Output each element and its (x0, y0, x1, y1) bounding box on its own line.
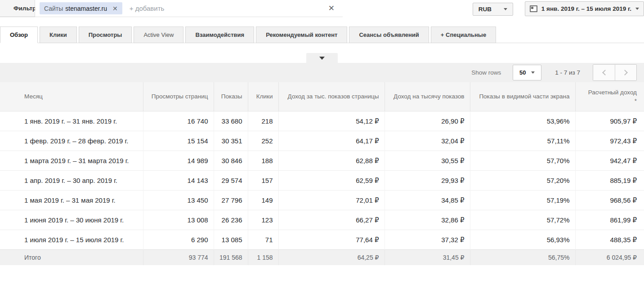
column-header-page-views[interactable]: Просмотры страниц (143, 82, 214, 111)
cell-estimated-earnings: 968,56 ₽ (575, 190, 644, 210)
table-total-row: Итого93 774191 5681 15864,25 ₽31,45 ₽56,… (0, 249, 644, 265)
filter-clear-icon[interactable]: ✕ (328, 4, 335, 13)
cell-page-rpm: 62,88 ₽ (278, 151, 385, 170)
table-row: 1 июня 2019 г. – 30 июня 2019 г.13 00826… (0, 210, 644, 230)
cell-impression-rpm: 32,04 ₽ (385, 131, 470, 151)
cell-viewable-impressions: 57,19% (470, 190, 575, 210)
calendar-icon (530, 5, 537, 12)
column-header-page-rpm[interactable]: Доход за тыс. показов страницы (278, 82, 385, 111)
chart-expander-row (0, 53, 644, 63)
top-actions: RUB 1 янв. 2019 г. – 15 июля 2019 г. (473, 0, 644, 16)
cell-estimated-earnings: 942,47 ₽ (575, 151, 644, 170)
chevron-down-icon (504, 8, 507, 10)
cell-impression-rpm: 37,32 ₽ (385, 230, 470, 249)
cell-estimated-earnings: 972,43 ₽ (575, 131, 644, 151)
total-cell-impression-rpm: 31,45 ₽ (385, 249, 470, 265)
cell-month: 1 апр. 2019 г. – 30 апр. 2019 г. (0, 170, 143, 190)
cell-month: 1 июля 2019 г. – 15 июля 2019 г. (0, 230, 143, 249)
chevron-down-icon (319, 57, 325, 60)
cell-viewable-impressions: 57,20% (470, 170, 575, 190)
tab-views[interactable]: Просмотры (79, 27, 132, 43)
chevron-right-icon (622, 70, 628, 75)
tab-clicks[interactable]: Клики (40, 27, 77, 43)
cell-impression-rpm: 34,85 ₽ (385, 190, 470, 210)
report-table: МесяцПросмотры страницПоказыКликиДоход з… (0, 82, 644, 265)
cell-impression-rpm: 32,86 ₽ (385, 210, 470, 230)
tab-ad-sessions[interactable]: Сеансы объявлений (349, 27, 429, 43)
cell-viewable-impressions: 57,70% (470, 151, 575, 170)
table-row: 1 апр. 2019 г. – 30 апр. 2019 г.14 14329… (0, 170, 644, 190)
rows-per-page-value: 50 (519, 69, 526, 76)
table-row: 1 марта 2019 г. – 31 марта 2019 г.14 989… (0, 151, 644, 170)
column-header-clicks[interactable]: Клики (248, 82, 278, 111)
filter-chip[interactable]: Сайты stenamaster.ru ✕ (40, 2, 122, 14)
cell-impressions: 30 846 (214, 151, 248, 170)
chip-remove-icon[interactable]: ✕ (112, 5, 118, 12)
pagination-range-label: 1 - 7 из 7 (555, 69, 580, 76)
filter-label: Фильтр (0, 0, 35, 17)
cell-month: 1 февр. 2019 г. – 28 февр. 2019 г. (0, 131, 143, 151)
show-rows-label: Show rows (471, 69, 501, 76)
cell-impression-rpm: 26,90 ₽ (385, 111, 470, 131)
cell-clicks: 252 (248, 131, 278, 151)
currency-value: RUB (479, 6, 492, 13)
tab-active-view[interactable]: Active View (134, 27, 183, 43)
total-cell-estimated-earnings: 6 024,95 ₽ (575, 249, 644, 265)
total-cell-clicks: 1 158 (248, 249, 278, 265)
table-row: 1 мая 2019 г. – 31 мая 2019 г.13 45027 7… (0, 190, 644, 210)
cell-page-rpm: 62,59 ₽ (278, 170, 385, 190)
cell-impressions: 29 574 (214, 170, 248, 190)
chevron-down-icon (635, 8, 639, 10)
cell-month: 1 янв. 2019 г. – 31 янв. 2019 г. (0, 111, 143, 131)
cell-page-views: 15 154 (143, 131, 214, 151)
filter-input[interactable]: Сайты stenamaster.ru ✕ + добавить ✕ (35, 0, 343, 17)
cell-page-rpm: 77,64 ₽ (278, 230, 385, 249)
rows-per-page-select[interactable]: 50 (513, 65, 541, 80)
column-header-month[interactable]: Месяц (0, 82, 143, 111)
tab-interactions[interactable]: Взаимодействия (185, 27, 254, 43)
tab-recommended-content[interactable]: Рекомендуемый контент (256, 27, 347, 43)
chart-expander-button[interactable] (306, 53, 338, 63)
next-page-button[interactable] (615, 65, 636, 80)
cell-clicks: 218 (248, 111, 278, 131)
cell-viewable-impressions: 56,93% (470, 230, 575, 249)
table-row: 1 янв. 2019 г. – 31 янв. 2019 г.16 74033… (0, 111, 644, 131)
cell-impressions: 27 796 (214, 190, 248, 210)
cell-impressions: 26 236 (214, 210, 248, 230)
cell-page-views: 16 740 (143, 111, 214, 131)
cell-estimated-earnings: 488,35 ₽ (575, 230, 644, 249)
cell-clicks: 188 (248, 151, 278, 170)
cell-impression-rpm: 29,93 ₽ (385, 170, 470, 190)
cell-impressions: 33 680 (214, 111, 248, 131)
cell-impressions: 13 085 (214, 230, 248, 249)
filter-chip-value: stenamaster.ru (65, 5, 107, 12)
date-range-value: 1 янв. 2019 г. – 15 июля 2019 г. (541, 5, 631, 12)
cell-month: 1 мая 2019 г. – 31 мая 2019 г. (0, 190, 143, 210)
cell-page-views: 13 450 (143, 190, 214, 210)
cell-impression-rpm: 30,55 ₽ (385, 151, 470, 170)
column-header-viewable-impressions[interactable]: Показы в видимой части экрана (470, 82, 575, 111)
total-cell-page-views: 93 774 (143, 249, 214, 265)
adsense-report-page: Фильтр Сайты stenamaster.ru ✕ + добавить… (0, 0, 644, 284)
tab-custom[interactable]: + Специальные (431, 27, 496, 43)
column-header-impression-rpm[interactable]: Доход на тысячу показов (385, 82, 470, 111)
filter-add-placeholder[interactable]: + добавить (130, 4, 165, 12)
previous-page-button[interactable] (593, 65, 615, 80)
pagination-controls (593, 64, 637, 81)
date-range-picker[interactable]: 1 янв. 2019 г. – 15 июля 2019 г. (525, 1, 644, 16)
table-row: 1 февр. 2019 г. – 28 февр. 2019 г.15 154… (0, 131, 644, 151)
column-header-impressions[interactable]: Показы (214, 82, 248, 111)
total-cell-page-rpm: 64,25 ₽ (278, 249, 385, 265)
chevron-left-icon (602, 70, 608, 75)
cell-clicks: 71 (248, 230, 278, 249)
cell-page-rpm: 64,17 ₽ (278, 131, 385, 151)
cell-estimated-earnings: 905,97 ₽ (575, 111, 644, 131)
cell-page-views: 6 290 (143, 230, 214, 249)
table-header-row: МесяцПросмотры страницПоказыКликиДоход з… (0, 82, 644, 111)
chevron-down-icon (531, 71, 535, 74)
tab-overview[interactable]: Обзор (0, 27, 38, 43)
column-header-estimated-earnings[interactable]: Расчетный доход * (575, 82, 644, 111)
cell-estimated-earnings: 885,19 ₽ (575, 170, 644, 190)
cell-viewable-impressions: 53,96% (470, 111, 575, 131)
currency-selector[interactable]: RUB (473, 3, 513, 16)
